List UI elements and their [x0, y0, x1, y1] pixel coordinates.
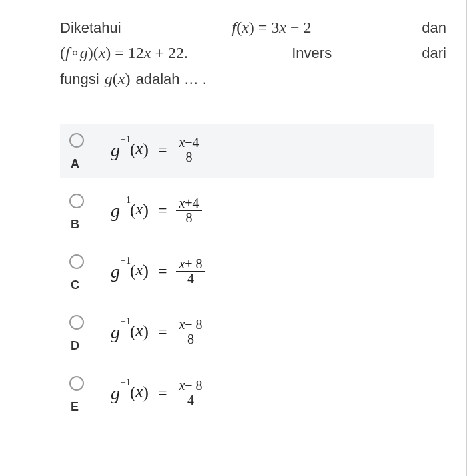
option-letter: E — [71, 400, 79, 414]
option-a[interactable]: A g−1(x) = x−4 8 — [60, 124, 434, 178]
f-expression: f(x) = 3x − 2 — [231, 15, 311, 40]
option-e-formula: g−1(x) = x− 8 4 — [111, 376, 424, 407]
option-d-formula: g−1(x) = x− 8 8 — [111, 315, 424, 346]
fog-expression: (f∘g)(x) = 12x + 22. — [60, 40, 188, 65]
word-invers: Invers — [292, 41, 332, 65]
option-a-formula: g−1(x) = x−4 8 — [111, 133, 424, 164]
radio-d[interactable] — [69, 315, 84, 330]
word-adalah: adalah … . — [136, 71, 207, 87]
den: 8 — [183, 150, 195, 164]
radio-e[interactable] — [69, 376, 84, 391]
num-rest: + 8 — [185, 256, 202, 271]
den: 4 — [185, 393, 197, 407]
den: 8 — [185, 332, 197, 346]
radio-b[interactable] — [69, 194, 84, 208]
radio-c[interactable] — [69, 254, 84, 269]
den: 4 — [185, 272, 197, 286]
num-rest: −4 — [185, 135, 199, 150]
option-d[interactable]: D g−1(x) = x− 8 8 — [60, 306, 434, 360]
question-text: Diketahui f(x) = 3x − 2 dan (f∘g)(x) = 1… — [60, 15, 446, 91]
option-b[interactable]: B g−1(x) = x+4 8 — [60, 184, 434, 238]
num-rest: +4 — [185, 196, 199, 210]
gx-expression: g(x) — [105, 70, 135, 87]
word-dan: dan — [422, 16, 446, 39]
options-list: A g−1(x) = x−4 8 B g−1(x) = x+4 8 C — [60, 124, 446, 421]
radio-a[interactable] — [69, 133, 84, 148]
option-c-formula: g−1(x) = x+ 8 4 — [111, 254, 424, 286]
option-letter: D — [71, 339, 79, 353]
word-diketahui: Diketahui — [60, 16, 121, 39]
option-c[interactable]: C g−1(x) = x+ 8 4 — [60, 245, 434, 299]
option-letter: A — [71, 157, 79, 171]
den: 8 — [183, 211, 195, 225]
word-fungsi: fungsi — [60, 71, 99, 87]
option-letter: C — [71, 278, 79, 292]
num-rest: − 8 — [185, 317, 202, 332]
num-rest: − 8 — [185, 378, 202, 393]
option-e[interactable]: E g−1(x) = x− 8 4 — [60, 367, 434, 421]
word-dari: dari — [422, 41, 446, 65]
option-letter: B — [71, 218, 79, 232]
option-b-formula: g−1(x) = x+4 8 — [111, 194, 424, 225]
